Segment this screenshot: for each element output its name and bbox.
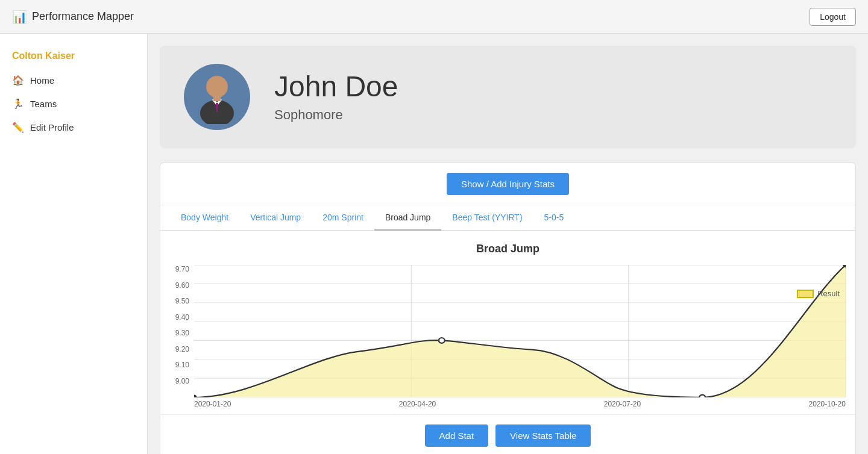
- legend-label: Result: [817, 289, 840, 298]
- y-axis: 9.70 9.60 9.50 9.40 9.30 9.20 9.10 9.00: [170, 265, 194, 397]
- sidebar-user-name: Colton Kaiser: [0, 46, 147, 69]
- y-label: 9.00: [170, 377, 189, 385]
- y-label: 9.30: [170, 329, 189, 337]
- main-content: John Doe Sophomore Show / Add Injury Sta…: [148, 34, 868, 454]
- sidebar-item-edit-profile[interactable]: ✏️ Edit Profile: [0, 116, 147, 139]
- chart-container: Broad Jump 9.70 9.60 9.50 9.40 9.30 9.20…: [160, 231, 855, 414]
- stats-section: Show / Add Injury Stats Body Weight Vert…: [160, 163, 856, 454]
- tab-beep-test[interactable]: Beep Test (YYIRT): [441, 205, 533, 231]
- profile-card: John Doe Sophomore: [160, 46, 856, 148]
- sidebar: Colton Kaiser 🏠 Home 🏃 Teams ✏️ Edit Pro…: [0, 34, 148, 454]
- y-label: 9.10: [170, 361, 189, 369]
- svg-rect-4: [213, 96, 221, 101]
- avatar: [184, 64, 250, 130]
- x-axis-labels: 2020-01-20 2020-04-20 2020-07-20 2020-10…: [170, 400, 846, 408]
- app-logo: 📊 Performance Mapper: [12, 10, 134, 24]
- tab-broad-jump[interactable]: Broad Jump: [374, 205, 441, 231]
- stat-tabs: Body Weight Vertical Jump 20m Sprint Bro…: [160, 205, 855, 231]
- tab-vertical-jump[interactable]: Vertical Jump: [239, 205, 312, 231]
- view-stats-table-button[interactable]: View Stats Table: [495, 424, 591, 447]
- y-label: 9.50: [170, 297, 189, 305]
- logout-button[interactable]: Logout: [810, 8, 856, 26]
- chart-legend: Result: [797, 289, 840, 298]
- profile-name: John Doe: [274, 71, 398, 103]
- home-icon: 🏠: [12, 75, 24, 86]
- x-label: 2020-10-20: [809, 400, 846, 408]
- main-layout: Colton Kaiser 🏠 Home 🏃 Teams ✏️ Edit Pro…: [0, 34, 868, 454]
- teams-icon: 🏃: [12, 98, 24, 110]
- chart-svg: [194, 265, 846, 397]
- y-label: 9.70: [170, 265, 189, 273]
- chart-wrapper: 9.70 9.60 9.50 9.40 9.30 9.20 9.10 9.00: [170, 265, 846, 397]
- y-label: 9.40: [170, 313, 189, 322]
- data-point: [439, 338, 445, 343]
- app-header: 📊 Performance Mapper Logout: [0, 0, 868, 34]
- data-point: [699, 395, 705, 397]
- edit-icon: ✏️: [12, 122, 24, 133]
- tab-body-weight[interactable]: Body Weight: [170, 205, 239, 231]
- x-label: 2020-04-20: [399, 400, 436, 408]
- y-label: 9.20: [170, 345, 189, 353]
- tab-5-0-5[interactable]: 5-0-5: [533, 205, 575, 231]
- sidebar-item-label: Home: [30, 75, 54, 86]
- sidebar-item-label: Edit Profile: [30, 122, 74, 132]
- sidebar-item-teams[interactable]: 🏃 Teams: [0, 92, 147, 116]
- sidebar-item-home[interactable]: 🏠 Home: [0, 69, 147, 92]
- sidebar-item-label: Teams: [30, 99, 57, 109]
- chart-area: Result: [194, 265, 846, 397]
- svg-point-0: [206, 76, 228, 98]
- stats-header: Show / Add Injury Stats: [160, 163, 855, 205]
- legend-color-box: [797, 290, 814, 298]
- app-title: Performance Mapper: [32, 10, 134, 23]
- chart-title: Broad Jump: [170, 243, 846, 255]
- profile-year: Sophomore: [274, 107, 398, 123]
- chart-actions: Add Stat View Stats Table: [160, 414, 855, 454]
- x-label: 2020-07-20: [604, 400, 641, 408]
- data-point: [194, 395, 197, 397]
- add-stat-button[interactable]: Add Stat: [425, 424, 489, 447]
- show-injury-button[interactable]: Show / Add Injury Stats: [447, 173, 569, 195]
- y-label: 9.60: [170, 281, 189, 290]
- x-label: 2020-01-20: [194, 400, 231, 408]
- chart-icon: 📊: [12, 10, 27, 24]
- profile-info: John Doe Sophomore: [274, 71, 398, 123]
- tab-20m-sprint[interactable]: 20m Sprint: [312, 205, 374, 231]
